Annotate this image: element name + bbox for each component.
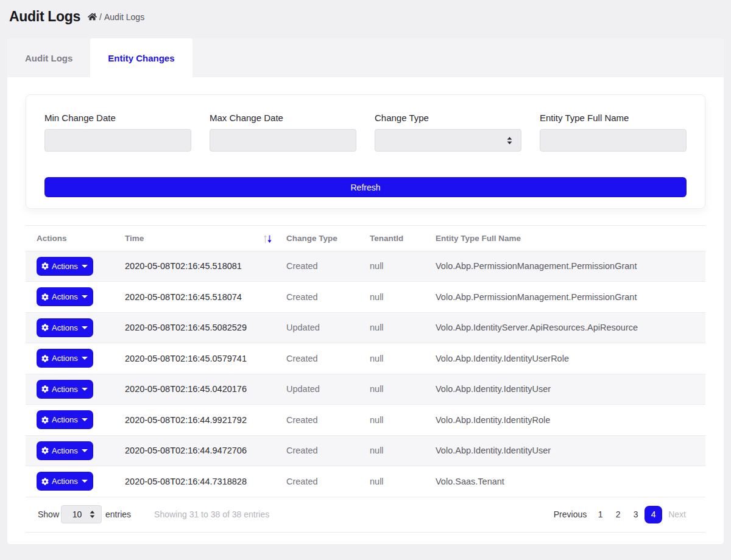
cell-entity: Volo.Abp.Identity.IdentityUserRole — [425, 343, 705, 374]
pagination-page-3[interactable]: 3 — [627, 506, 644, 523]
page-title: Audit Logs — [9, 9, 80, 25]
table-row: Actions2020-05-08T02:16:45.0420176Update… — [26, 374, 705, 405]
cell-time: 2020-05-08T02:16:44.7318828 — [114, 466, 275, 497]
gear-icon — [41, 478, 49, 485]
filter-field-min-change-date: Min Change Date — [44, 113, 191, 152]
cell-type: Updated — [275, 312, 359, 343]
min-change-date-label: Min Change Date — [44, 113, 191, 124]
actions-button-label: Actions — [52, 262, 78, 271]
page-size-select[interactable]: 10 — [61, 505, 102, 523]
page-size-value: 10 — [62, 509, 101, 519]
cell-tenant: null — [359, 312, 425, 343]
row-actions-button[interactable]: Actions — [37, 349, 93, 368]
show-label: Show — [38, 509, 59, 519]
cell-time: 2020-05-08T02:16:45.518074 — [114, 282, 275, 313]
gear-icon — [41, 262, 49, 270]
filter-field-change-type: Change Type — [375, 113, 521, 152]
change-type-label: Change Type — [375, 113, 521, 124]
row-actions-button[interactable]: Actions — [37, 257, 93, 276]
content-panel: Audit Logs Entity Changes Min Change Dat… — [7, 38, 724, 544]
sort-icon — [263, 234, 272, 243]
row-actions-button[interactable]: Actions — [37, 287, 93, 306]
caret-down-icon — [82, 449, 88, 452]
col-header-time[interactable]: Time — [114, 226, 275, 251]
pagination: Previous 1234 Next — [553, 506, 687, 523]
filter-row: Min Change Date Max Change Date Change T… — [44, 113, 687, 152]
cell-entity: Volo.Abp.IdentityServer.ApiResources.Api… — [425, 312, 705, 343]
actions-button-label: Actions — [52, 354, 78, 363]
tab-panel-entity-changes: Min Change Date Max Change Date Change T… — [7, 77, 724, 545]
gear-icon — [41, 416, 49, 424]
table-row: Actions2020-05-08T02:16:45.518081Created… — [26, 251, 705, 282]
pagination-page-2[interactable]: 2 — [609, 506, 627, 523]
cell-tenant: null — [359, 374, 425, 405]
cell-type: Created — [275, 466, 359, 497]
cell-tenant: null — [359, 405, 425, 436]
row-actions-button[interactable]: Actions — [37, 380, 93, 399]
caret-down-icon — [82, 265, 88, 268]
actions-button-label: Actions — [52, 292, 78, 301]
caret-down-icon — [82, 357, 88, 360]
actions-button-label: Actions — [52, 477, 78, 486]
cell-entity: Volo.Abp.Identity.IdentityUser — [425, 374, 705, 405]
pagination-previous[interactable]: Previous — [553, 506, 588, 523]
cell-entity: Volo.Abp.Identity.IdentityUser — [425, 435, 705, 466]
filter-card: Min Change Date Max Change Date Change T… — [26, 94, 705, 209]
table-row: Actions2020-05-08T02:16:44.9472706Create… — [26, 435, 705, 466]
col-header-entity-type[interactable]: Entity Type Full Name — [425, 226, 705, 251]
tab-audit-logs[interactable]: Audit Logs — [7, 38, 90, 77]
pagination-page-1[interactable]: 1 — [592, 506, 609, 523]
col-header-change-type[interactable]: Change Type — [275, 226, 359, 251]
table-header-row: Actions Time Change Typ — [26, 226, 705, 251]
cell-tenant: null — [359, 282, 425, 313]
actions-button-label: Actions — [52, 415, 78, 424]
cell-type: Created — [275, 282, 359, 313]
cell-tenant: null — [359, 435, 425, 466]
page-size-updown-icon — [90, 511, 95, 518]
pagination-next[interactable]: Next — [667, 506, 687, 523]
col-header-actions[interactable]: Actions — [26, 226, 114, 251]
breadcrumb: / Audit Logs — [88, 12, 144, 22]
cell-time: 2020-05-08T02:16:44.9921792 — [114, 405, 275, 436]
caret-down-icon — [82, 326, 88, 329]
filter-field-entity-type: Entity Type Full Name — [540, 113, 687, 152]
table-footer: Show 10 entries Showing 31 to 38 of 38 e… — [26, 497, 705, 532]
page-header: Audit Logs / Audit Logs — [0, 0, 731, 38]
tab-entity-changes[interactable]: Entity Changes — [90, 38, 192, 77]
cell-type: Created — [275, 251, 359, 282]
cell-entity: Volo.Abp.Identity.IdentityRole — [425, 405, 705, 436]
breadcrumb-current: Audit Logs — [104, 12, 144, 22]
actions-button-label: Actions — [52, 323, 78, 332]
gear-icon — [41, 447, 49, 454]
col-header-tenantid[interactable]: TenantId — [359, 226, 425, 251]
pagination-page-4[interactable]: 4 — [644, 506, 662, 523]
cell-tenant: null — [359, 466, 425, 497]
row-actions-button[interactable]: Actions — [37, 318, 93, 337]
max-change-date-label: Max Change Date — [210, 113, 356, 124]
cell-time: 2020-05-08T02:16:45.0579741 — [114, 343, 275, 374]
caret-down-icon — [82, 480, 88, 483]
cell-entity: Volo.Abp.PermissionManagement.Permission… — [425, 282, 705, 313]
table-row: Actions2020-05-08T02:16:45.5082529Update… — [26, 312, 705, 343]
home-icon[interactable] — [88, 12, 97, 21]
row-actions-button[interactable]: Actions — [37, 441, 93, 460]
select-updown-icon — [507, 137, 512, 144]
cell-type: Created — [275, 435, 359, 466]
refresh-button[interactable]: Refresh — [44, 177, 687, 197]
max-change-date-input[interactable] — [210, 130, 356, 151]
cell-type: Updated — [275, 374, 359, 405]
filter-field-max-change-date: Max Change Date — [210, 113, 356, 152]
cell-time: 2020-05-08T02:16:45.0420176 — [114, 374, 275, 405]
min-change-date-input[interactable] — [45, 130, 191, 151]
gear-icon — [41, 385, 49, 393]
row-actions-button[interactable]: Actions — [37, 472, 93, 491]
caret-down-icon — [82, 388, 88, 391]
table-row: Actions2020-05-08T02:16:45.518074Created… — [26, 282, 705, 313]
entity-type-input[interactable] — [540, 130, 686, 151]
actions-button-label: Actions — [52, 446, 78, 455]
row-actions-button[interactable]: Actions — [37, 410, 93, 429]
cell-type: Created — [275, 343, 359, 374]
cell-tenant: null — [359, 251, 425, 282]
cell-type: Created — [275, 405, 359, 436]
change-type-select[interactable] — [375, 129, 521, 152]
